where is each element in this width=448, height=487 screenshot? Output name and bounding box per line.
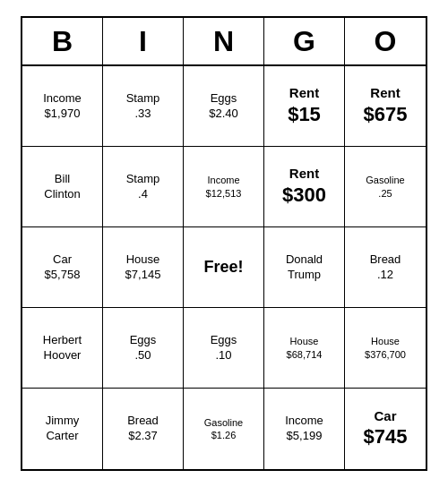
bingo-cell: Eggs$2.40 [184,66,264,147]
bingo-cell: Gasoline.25 [345,147,426,227]
bingo-cell: HerbertHoover [22,308,103,389]
bingo-cell: Bread$2.37 [103,389,184,469]
bingo-cell: House$7,145 [103,227,184,308]
bingo-cell: Free! [184,227,264,308]
header-letter: O [345,18,426,64]
header-letter: N [184,18,264,64]
bingo-cell: House$68,714 [264,308,345,389]
bingo-cell: Income$1,970 [22,66,103,147]
header-letter: G [264,18,345,64]
bingo-cell: Rent$675 [345,66,426,147]
bingo-cell: Rent$300 [264,147,345,227]
bingo-cell: Rent$15 [264,66,345,147]
bingo-cell: Stamp.4 [103,147,184,227]
bingo-cell: Stamp.33 [103,66,184,147]
bingo-grid: Income$1,970Stamp.33Eggs$2.40Rent$15Rent… [22,66,426,469]
bingo-cell: Gasoline$1.26 [184,389,264,469]
bingo-cell: DonaldTrump [264,227,345,308]
bingo-cell: Income$5,199 [264,389,345,469]
header-letter: I [103,18,184,64]
bingo-cell: BillClinton [22,147,103,227]
bingo-cell: Bread.12 [345,227,426,308]
header-letter: B [22,18,103,64]
bingo-cell: Car$745 [345,389,426,469]
bingo-card: BINGO Income$1,970Stamp.33Eggs$2.40Rent$… [21,16,427,471]
bingo-header: BINGO [22,18,426,66]
bingo-cell: Income$12,513 [184,147,264,227]
bingo-cell: Eggs.10 [184,308,264,389]
bingo-cell: JimmyCarter [22,389,103,469]
bingo-cell: Eggs.50 [103,308,184,389]
bingo-cell: House$376,700 [345,308,426,389]
bingo-cell: Car$5,758 [22,227,103,308]
